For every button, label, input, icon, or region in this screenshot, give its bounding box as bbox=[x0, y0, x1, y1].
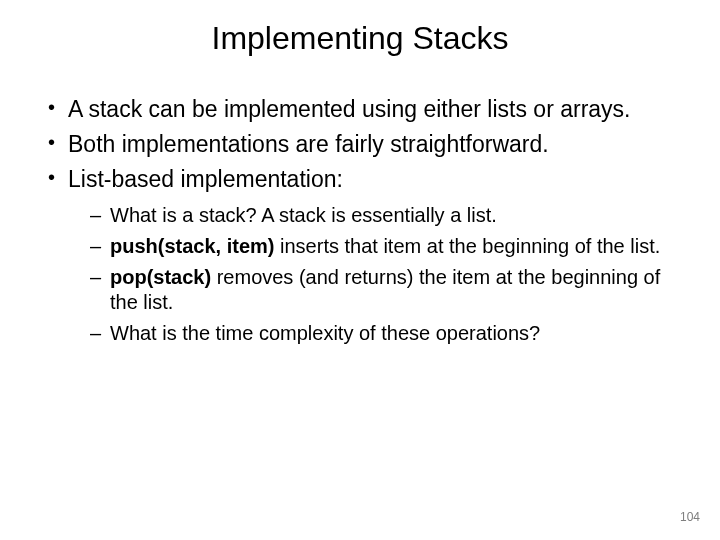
sub-bullet-item: push(stack, item) inserts that item at t… bbox=[86, 234, 680, 259]
page-number: 104 bbox=[680, 510, 700, 524]
bullet-item: List-based implementation: What is a sta… bbox=[40, 165, 680, 347]
sub-bullet-list: What is a stack? A stack is essentially … bbox=[86, 203, 680, 346]
bullet-text: List-based implementation: bbox=[68, 166, 343, 192]
slide-body: A stack can be implemented using either … bbox=[0, 95, 720, 346]
bullet-item: A stack can be implemented using either … bbox=[40, 95, 680, 124]
sub-bullet-item: What is a stack? A stack is essentially … bbox=[86, 203, 680, 228]
sub-bullet-item: pop(stack) removes (and returns) the ite… bbox=[86, 265, 680, 315]
bullet-list: A stack can be implemented using either … bbox=[40, 95, 680, 346]
sub-bullet-item: What is the time complexity of these ope… bbox=[86, 321, 680, 346]
sub-bullet-text: inserts that item at the beginning of th… bbox=[274, 235, 660, 257]
code-term: push(stack, item) bbox=[110, 235, 274, 257]
code-term: pop(stack) bbox=[110, 266, 211, 288]
bullet-item: Both implementations are fairly straight… bbox=[40, 130, 680, 159]
slide-title: Implementing Stacks bbox=[0, 20, 720, 57]
